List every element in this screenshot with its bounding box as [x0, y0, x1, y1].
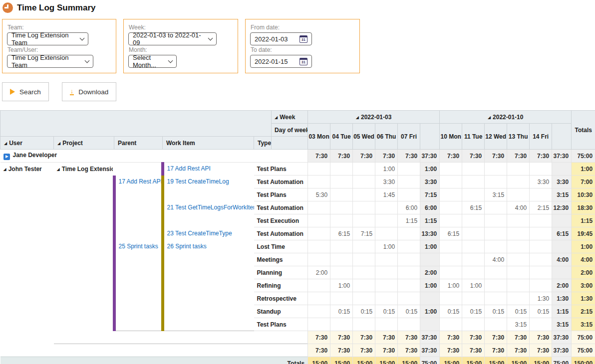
time-cell: [308, 279, 330, 292]
grand-total-cell: 15:00: [462, 357, 485, 364]
type-cell: Standup: [254, 305, 308, 318]
type-cell: Meetings: [254, 253, 308, 266]
parent-link[interactable]: 17 Add Rest API: [119, 178, 162, 185]
time-cell: 7:30: [485, 150, 507, 163]
grand-total-cell: 15:00: [375, 357, 398, 364]
type-cell: Test Automation: [254, 227, 308, 240]
project-subtotal-cell: 7:30: [353, 331, 375, 344]
grand-total-cell: 15:00: [308, 357, 330, 364]
time-cell: [353, 188, 375, 201]
time-cell: 7:30: [440, 150, 462, 163]
time-cell: [353, 266, 375, 279]
time-cell: 0:15: [485, 305, 507, 318]
header-corner: [0, 111, 272, 137]
parent-link[interactable]: 25 Sprint tasks: [119, 243, 158, 250]
project-name: Time Log Extension: [62, 166, 114, 173]
time-cell: 7:30: [462, 150, 485, 163]
time-cell: [330, 318, 353, 331]
time-cell: 1:00: [440, 279, 462, 292]
user-subtotal-cell: 7:30: [308, 344, 330, 357]
time-cell: 6:15: [462, 201, 485, 214]
user-row-toggle[interactable]: Jane Developer: [0, 150, 308, 163]
collapse-icon: ◢: [488, 115, 491, 120]
time-cell: [308, 163, 330, 176]
work-item-link[interactable]: 19 Test CreateTimeLog: [167, 178, 229, 185]
from-date-input[interactable]: 2022-01-03 31: [250, 32, 312, 45]
user-subtotal-cell: 37:30: [552, 344, 572, 357]
week-header-toggle[interactable]: ◢Week: [272, 111, 308, 124]
work-item-link[interactable]: 23 Test CreateTimeType: [167, 230, 232, 237]
grand-total-cell: 15:00: [398, 357, 420, 364]
time-cell: 2:15: [530, 201, 552, 214]
expand-icon[interactable]: [3, 154, 10, 160]
time-cell: [330, 292, 353, 305]
week-header-label: Week: [280, 114, 295, 121]
project-group-toggle[interactable]: ◢Time Log Extension: [54, 163, 114, 331]
parent-cell-empty: [114, 163, 163, 176]
time-cell: [308, 176, 330, 188]
time-cell: [440, 240, 462, 253]
calendar-icon[interactable]: 31: [299, 35, 307, 43]
type-cell: Test Plans: [254, 163, 308, 176]
type-cell: Test Execution: [254, 214, 308, 227]
week-group-2022-01-03[interactable]: ◢2022-01-03: [308, 111, 440, 124]
chevron-down-icon: [85, 58, 90, 63]
action-bar: Search ↓ Download: [2, 82, 595, 101]
user-subtotal-cell: 7:30: [530, 344, 552, 357]
time-cell: [375, 227, 398, 240]
time-cell: [353, 292, 375, 305]
time-cell: [507, 188, 530, 201]
time-cell: [462, 240, 485, 253]
time-cell: [353, 279, 375, 292]
team-user-select[interactable]: Time Log Extension Team: [7, 55, 93, 68]
time-cell: [530, 163, 552, 176]
grand-total-cell: 150:00: [572, 357, 595, 364]
grand-total-cell: 75:00: [420, 357, 440, 364]
time-cell: [375, 253, 398, 266]
subtotal-indent: [0, 331, 114, 344]
week-group-2022-01-10[interactable]: ◢2022-01-10: [440, 111, 572, 124]
search-button[interactable]: Search: [2, 82, 49, 101]
collapse-icon: ◢: [3, 167, 6, 172]
label-column-spacer: [272, 137, 308, 150]
time-cell: [330, 163, 353, 176]
week-total-cell: 1:30: [552, 292, 572, 305]
total-cell: 7:00: [572, 176, 595, 188]
week-group-label: 2022-01-03: [361, 114, 391, 121]
page-header: Time Log Summary: [2, 2, 595, 13]
time-cell: [398, 176, 420, 188]
time-cell: 4:00: [507, 201, 530, 214]
time-cell: [330, 176, 353, 188]
time-log-table: ◢Week◢2022-01-03◢2022-01-10TotalsDay of …: [0, 110, 595, 364]
team-label: Team:: [7, 24, 111, 31]
week-select[interactable]: 2022-01-03 to 2022-01-09: [128, 32, 217, 45]
work-item-link[interactable]: 21 Test GetTimeLogsForWorkItem: [167, 204, 254, 211]
time-cell: 1:00: [375, 163, 398, 176]
collapse-icon: ◢: [356, 115, 359, 120]
time-cell: [398, 163, 420, 176]
work-item-link[interactable]: 17 Add Rest API: [167, 165, 211, 172]
time-cell: 1:15: [398, 214, 420, 227]
user-column-label: User: [9, 140, 22, 147]
time-cell: [462, 253, 485, 266]
team-select[interactable]: Time Log Extension Team: [7, 32, 88, 45]
user-subtotal-cell: 7:30: [375, 344, 398, 357]
user-group-toggle[interactable]: ◢John Tester: [0, 163, 54, 331]
work-item-link[interactable]: 26 Sprint tasks: [167, 243, 207, 250]
month-select[interactable]: Select Month...: [128, 55, 177, 68]
week-group-label: 2022-01-10: [493, 114, 523, 121]
user-subtotal-cell: 37:30: [420, 344, 440, 357]
day-header: 11 Tue: [462, 124, 485, 150]
project-column-header[interactable]: ◢Project: [54, 137, 114, 150]
time-cell: [353, 201, 375, 214]
total-cell: 19:45: [572, 227, 595, 240]
download-icon: ↓: [70, 88, 74, 95]
calendar-icon[interactable]: 31: [299, 58, 307, 65]
download-button[interactable]: ↓ Download: [62, 82, 117, 101]
user-subtotal-cell: 7:30: [462, 344, 485, 357]
week-total-cell: 3:30: [420, 176, 440, 188]
week-total-cell: 4:00: [552, 253, 572, 266]
to-date-input[interactable]: 2022-01-15 31: [250, 55, 312, 68]
time-cell: [462, 227, 485, 240]
user-column-header[interactable]: ◢User: [0, 137, 54, 150]
